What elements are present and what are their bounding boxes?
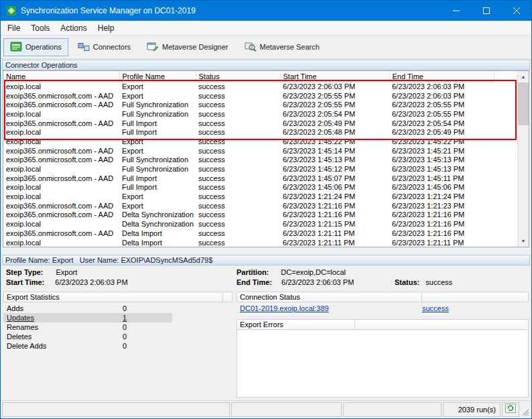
stats-value: 0 — [123, 323, 172, 331]
operation-row[interactable]: exoip.localFull Importsuccess6/23/2023 2… — [3, 127, 494, 137]
scrollbar-thumb[interactable] — [518, 82, 529, 125]
connectors-button[interactable]: Connectors — [71, 38, 137, 56]
operation-row[interactable]: exoip365.onmicrosoft.com - AADDelta Sync… — [3, 211, 494, 220]
operation-cell-name: exoip.local — [3, 82, 119, 91]
column-header-end-time[interactable]: End Time — [389, 71, 494, 82]
operation-row[interactable]: exoip.localFull Synchronizationsuccess6/… — [3, 164, 494, 174]
end-time-value: 6/23/2023 2:06:03 PM — [281, 278, 354, 286]
menu-actions[interactable]: Actions — [55, 21, 92, 35]
vertical-scrollbar[interactable]: ▲ ▼ — [517, 71, 529, 247]
scroll-up-arrow-icon[interactable]: ▲ — [518, 71, 529, 82]
operation-row[interactable]: exoip.localExportsuccess6/23/2023 2:06:0… — [3, 82, 494, 91]
operation-row[interactable]: exoip.localDelta Importsuccess6/23/2023 … — [3, 238, 494, 247]
metaverse-designer-icon — [147, 42, 159, 52]
menu-help[interactable]: Help — [92, 21, 120, 35]
title-bar[interactable]: Synchronization Service Manager on DC01-… — [1, 1, 531, 21]
stats-label: Delete Adds — [3, 342, 123, 350]
operation-cell-name: exoip365.onmicrosoft.com - AAD — [3, 174, 119, 183]
minimize-button[interactable] — [441, 1, 471, 21]
operation-cell-profile: Delta Import — [119, 229, 196, 238]
connection-status-panel: Connection Status DC01-2019.exoip.local:… — [237, 292, 529, 398]
connection-server-link[interactable]: DC01-2019.exoip.local:389 — [237, 304, 422, 312]
connection-status-header-label[interactable]: Connection Status — [237, 292, 422, 302]
operation-row[interactable]: exoip.localFull Importsuccess6/23/2023 1… — [3, 183, 494, 192]
menu-file[interactable]: File — [2, 21, 25, 35]
operation-cell-end: 6/23/2023 2:06:03 PM — [389, 91, 494, 101]
operation-row[interactable]: exoip365.onmicrosoft.com - AADFull Impor… — [3, 119, 494, 128]
operation-cell-name: exoip365.onmicrosoft.com - AAD — [3, 156, 119, 165]
export-errors-header-label[interactable]: Export Errors — [237, 319, 355, 330]
operation-row[interactable]: exoip.localDelta Synchronizationsuccess6… — [3, 219, 494, 229]
metaverse-designer-button[interactable]: Metaverse Designer — [140, 38, 235, 56]
connection-success-link[interactable]: success — [422, 304, 449, 312]
connection-status-row: DC01-2019.exoip.local:389 success — [237, 302, 529, 314]
operation-cell-end: 6/23/2023 1:45:06 PM — [389, 183, 494, 192]
operation-cell-profile: Delta Synchronization — [119, 219, 196, 229]
operation-cell-status: success — [196, 174, 280, 183]
column-header-start-time[interactable]: Start Time — [280, 71, 389, 82]
operation-row[interactable]: exoip.localExportsuccess6/23/2023 1:45:2… — [3, 137, 494, 146]
metaverse-search-button[interactable]: Metaverse Search — [238, 38, 326, 56]
operation-cell-name: exoip365.onmicrosoft.com - AAD — [3, 146, 119, 156]
runs-count: 2039 run(s) — [443, 402, 501, 417]
operations-list: Name Profile Name Status Start Time End … — [3, 70, 529, 247]
operation-cell-end: 6/23/2023 1:45:13 PM — [389, 156, 494, 165]
operation-cell-end: 6/23/2023 2:05:54 PM — [389, 119, 494, 128]
operation-row[interactable]: exoip.localFull Synchronizationsuccess6/… — [3, 109, 494, 119]
operation-cell-profile: Delta Import — [119, 238, 196, 247]
operation-cell-end: 6/23/2023 1:21:24 PM — [389, 192, 494, 201]
export-statistics-header-label[interactable]: Export Statistics — [3, 292, 223, 302]
operation-cell-status: success — [196, 82, 280, 91]
column-header-name[interactable]: Name — [3, 71, 119, 82]
start-time-label: Start Time: — [6, 278, 44, 286]
operations-button[interactable]: Operations — [3, 38, 68, 56]
operation-cell-profile: Full Import — [119, 174, 196, 183]
operation-row[interactable]: exoip365.onmicrosoft.com - AADDelta Impo… — [3, 229, 494, 238]
operation-cell-start: 6/23/2023 1:21:11 PM — [280, 229, 389, 238]
operation-cell-profile: Export — [119, 82, 196, 91]
operation-cell-name: exoip.local — [3, 219, 119, 229]
stats-row[interactable]: Updates1 — [3, 313, 172, 322]
operation-row[interactable]: exoip365.onmicrosoft.com - AADExportsucc… — [3, 146, 494, 156]
metaverse-search-label: Metaverse Search — [260, 43, 320, 51]
sync-service-manager-window: Synchronization Service Manager on DC01-… — [0, 0, 532, 419]
stats-label: Adds — [3, 304, 123, 312]
operation-cell-start: 6/23/2023 1:45:07 PM — [280, 174, 389, 183]
menu-tools[interactable]: Tools — [25, 21, 55, 35]
operation-cell-name: exoip.local — [3, 238, 119, 247]
status-refresh-button[interactable] — [502, 402, 519, 417]
operation-row[interactable]: exoip365.onmicrosoft.com - AADFull Synch… — [3, 156, 494, 165]
operation-cell-status: success — [196, 164, 280, 174]
operation-row[interactable]: exoip.localExportsuccess6/23/2023 1:21:2… — [3, 192, 494, 201]
operation-cell-status: success — [196, 183, 280, 192]
status-bar: 2039 run(s) — [1, 400, 531, 418]
status-label: Status: — [395, 278, 419, 286]
connection-status-header: Connection Status — [237, 292, 529, 302]
operation-row[interactable]: exoip365.onmicrosoft.com - AADExportsucc… — [3, 201, 494, 211]
operation-row[interactable]: exoip365.onmicrosoft.com - AADExportsucc… — [3, 91, 494, 101]
operations-table: Name Profile Name Status Start Time End … — [3, 71, 494, 247]
operation-row[interactable]: exoip365.onmicrosoft.com - AADFull Synch… — [3, 100, 494, 109]
scroll-down-arrow-icon[interactable]: ▼ — [518, 235, 529, 247]
column-header-profile-name[interactable]: Profile Name — [119, 71, 196, 82]
stats-value: 0 — [123, 342, 172, 350]
operation-cell-name: exoip365.onmicrosoft.com - AAD — [3, 100, 119, 109]
step-type-label: Step Type: — [6, 268, 43, 276]
operation-row[interactable]: exoip365.onmicrosoft.com - AADFull Impor… — [3, 174, 494, 183]
resize-grip[interactable] — [521, 402, 530, 417]
export-statistics-panel: Export Statistics Adds0Updates1Renames0D… — [3, 292, 232, 398]
operation-cell-name: exoip.local — [3, 127, 119, 137]
operation-cell-start: 6/23/2023 1:45:12 PM — [280, 164, 389, 174]
operation-cell-start: 6/23/2023 1:45:22 PM — [280, 137, 389, 146]
operations-label: Operations — [25, 43, 62, 51]
column-header-status[interactable]: Status — [196, 71, 280, 82]
stats-value[interactable]: 1 — [123, 314, 172, 322]
export-errors-header: Export Errors — [237, 319, 529, 330]
maximize-button[interactable] — [471, 1, 501, 21]
stats-label[interactable]: Updates — [3, 314, 123, 322]
operation-cell-end: 6/23/2023 1:21:16 PM — [389, 219, 494, 229]
splitter[interactable] — [1, 247, 531, 254]
close-button[interactable] — [501, 1, 531, 21]
operation-cell-status: success — [196, 156, 280, 165]
operation-cell-end: 6/23/2023 2:05:49 PM — [389, 127, 494, 137]
